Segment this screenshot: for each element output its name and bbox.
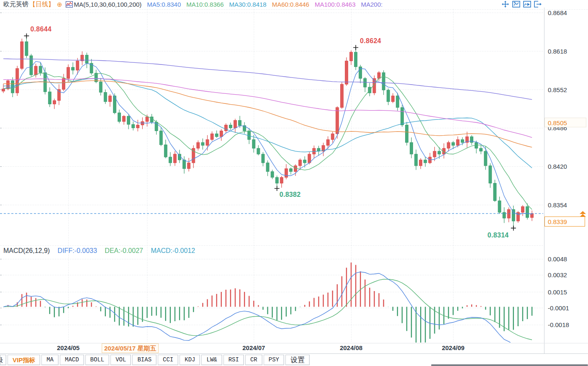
- price-axis-tick: 0.8354: [548, 201, 567, 209]
- crosshair-icon[interactable]: [501, 1, 509, 8]
- price-axis-tick: 0.8684: [548, 9, 567, 16]
- compare-add-icon[interactable]: ⊕: [57, 1, 62, 8]
- macd-dea-value: DEA:-0.0027: [105, 247, 143, 254]
- indicator-tab-CCI[interactable]: CCI: [158, 355, 178, 365]
- ma-legend-ma60: MA60:0.8446: [272, 1, 309, 8]
- price-axis-tick: 0.8552: [548, 86, 567, 93]
- macd-axis-tick: -0.0018: [548, 321, 569, 328]
- indicator-tab-CR[interactable]: CR: [245, 355, 262, 365]
- low-price-annotation: 0.8382: [280, 191, 301, 198]
- indicator-tab-级[interactable]: 级: [0, 355, 6, 365]
- candlestick-chart[interactable]: [0, 0, 588, 366]
- symbol-name: 欧元英镑: [3, 0, 28, 8]
- ma-legend-ma100: MA100:0.8463: [315, 1, 356, 8]
- ma-legend-ma200: MA200:: [361, 1, 383, 8]
- macd-axis-tick: 0.0032: [548, 271, 567, 278]
- macd-diff-value: DIFF:-0.0033: [58, 247, 97, 254]
- chart-tool-icons: [501, 1, 542, 8]
- current-price-label: 0.8339: [544, 217, 585, 227]
- low-price-annotation: 0.8314: [488, 232, 509, 239]
- indicator-tab-MACD[interactable]: MACD: [60, 355, 84, 365]
- chart-playback-icon[interactable]: [523, 1, 531, 8]
- chart-header: 欧元英镑 【日线】 ⊕ MA(5,10,30,60,100,200) MA5:0…: [0, 0, 588, 9]
- ma-legend-ma5: MA5:0.8340: [147, 1, 181, 8]
- indicator-tab-BIAS[interactable]: BIAS: [132, 355, 157, 365]
- indicator-tab-KDJ[interactable]: KDJ: [180, 355, 200, 365]
- indicator-tab-MA[interactable]: MA: [41, 355, 59, 365]
- indicator-tab-PSY[interactable]: PSY: [264, 355, 284, 365]
- macd-bar-value: MACD:-0.0012: [151, 247, 195, 254]
- date-axis-label: 2024/07: [242, 344, 265, 351]
- indicator-tab-BOLL[interactable]: BOLL: [85, 355, 110, 365]
- date-axis-label: 2024/08: [340, 344, 362, 351]
- indicator-tab-VOL[interactable]: VOL: [110, 355, 131, 365]
- popout-icon[interactable]: [534, 1, 542, 8]
- macd-title[interactable]: MACD(26,12,9): [3, 247, 50, 254]
- indicator-tab-设置[interactable]: 设置: [285, 355, 310, 365]
- window-edge: [431, 364, 588, 366]
- ma-settings-label[interactable]: MA(5,10,30,60,100,200): [74, 1, 142, 8]
- period-label[interactable]: 【日线】: [29, 0, 54, 8]
- ma-legend-ma30: MA30:0.8418: [229, 1, 266, 8]
- ma-legend-ma10: MA10:0.8366: [186, 1, 223, 8]
- high-price-annotation: 0.8624: [360, 37, 381, 45]
- price-axis-tick: 0.8618: [548, 47, 567, 54]
- date-axis-label: 2024/09: [442, 344, 465, 351]
- indicator-tab-LW&[interactable]: LW&: [201, 355, 222, 365]
- high-price-annotation: 0.8644: [30, 26, 51, 33]
- macd-axis-tick: -0.0001: [548, 304, 569, 311]
- indicator-tab-RSI[interactable]: RSI: [223, 355, 244, 365]
- chart-restore-icon[interactable]: [512, 1, 520, 8]
- macd-axis-tick: 0.0048: [548, 255, 567, 263]
- macd-axis-tick: 0.0015: [548, 288, 567, 295]
- reference-price-label: 0.8505: [544, 118, 586, 127]
- macd-header: MACD(26,12,9) DIFF:-0.0033 DEA:-0.0027 M…: [3, 247, 195, 255]
- ma-legend: MA5:0.8340MA10:0.8366MA30:0.8418MA60:0.8…: [141, 1, 383, 8]
- indicator-tab-VIP指标[interactable]: VIP指标: [8, 355, 40, 365]
- date-tooltip: 2024/05/17 星期五: [102, 343, 159, 353]
- price-axis-tick: 0.8420: [548, 163, 567, 170]
- ma-indicator-icon[interactable]: [66, 1, 73, 8]
- date-axis-label: 2024/05: [57, 344, 80, 351]
- trading-chart-app: 欧元英镑 【日线】 ⊕ MA(5,10,30,60,100,200) MA5:0…: [0, 0, 588, 366]
